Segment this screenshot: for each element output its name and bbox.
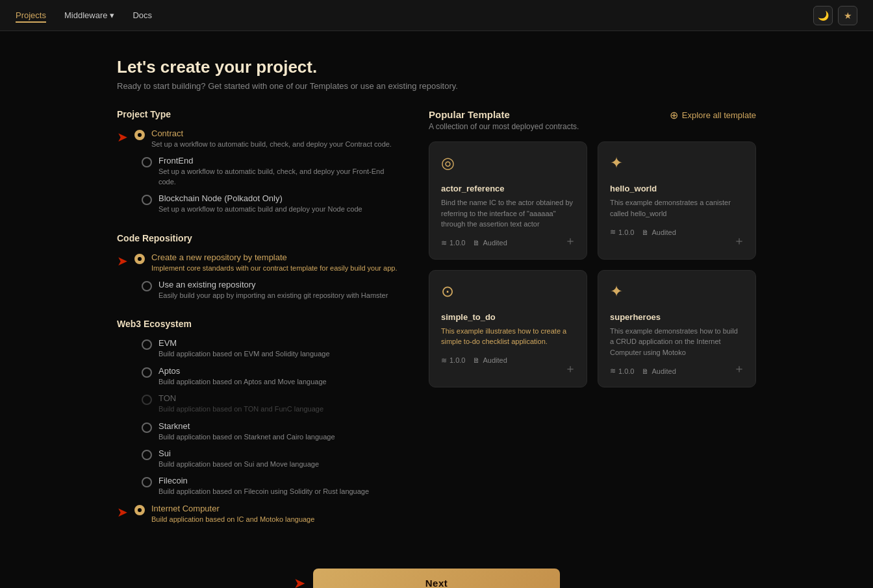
label-evm: EVM bbox=[158, 338, 330, 348]
project-type-group: ➤ Contract Set up a workflow to automati… bbox=[117, 129, 403, 215]
option-aptos[interactable]: Aptos Build application based on Aptos a… bbox=[117, 366, 403, 387]
template-desc-simple-to-do: This example illustrates how to create a… bbox=[441, 326, 575, 347]
desc-frontend: Set up a workflow to automatic build, ch… bbox=[158, 167, 403, 187]
template-audited-actor-reference: 🗎 Audited bbox=[473, 239, 507, 247]
radio-evm[interactable] bbox=[142, 339, 152, 350]
explore-icon: ⊕ bbox=[670, 109, 678, 121]
option-contract[interactable]: ➤ Contract Set up a workflow to automati… bbox=[117, 129, 403, 149]
radio-blockchain-node[interactable] bbox=[142, 195, 152, 205]
template-card-actor-reference[interactable]: ◎ actor_reference Bind the name IC to th… bbox=[429, 141, 587, 260]
popular-template-subtitle: A collection of our most deployed contra… bbox=[429, 122, 579, 131]
template-version-hello-world: ≋ 1.0.0 bbox=[610, 228, 634, 236]
desc-ton: Build application based on TON and FunC … bbox=[158, 404, 323, 414]
desc-sui: Build application based on Sui and Move … bbox=[158, 459, 319, 469]
web3-ecosystem-title: Web3 Ecosystem bbox=[117, 319, 403, 329]
nav-right-buttons: 🌙 ★ bbox=[813, 6, 857, 25]
web3-ecosystem-group: EVM Build application based on EVM and S… bbox=[117, 338, 403, 524]
version-icon-4: ≋ bbox=[610, 367, 616, 375]
radio-filecoin[interactable] bbox=[142, 477, 152, 487]
desc-blockchain-node: Set up a workflow to automatic build and… bbox=[158, 204, 362, 214]
desc-internet-computer: Build application based on IC and Motoko… bbox=[151, 515, 314, 524]
template-audited-hello-world: 🗎 Audited bbox=[642, 228, 676, 236]
template-audited-superheroes: 🗎 Audited bbox=[642, 367, 676, 375]
template-card-hello-world[interactable]: ✦ hello_world This example demonstrates … bbox=[598, 141, 756, 260]
explore-label: Explore all template bbox=[682, 110, 756, 120]
next-section: ➤ Next bbox=[117, 569, 756, 588]
radio-ton[interactable] bbox=[142, 395, 152, 405]
label-existing-repo: Use an existing repository bbox=[158, 280, 388, 289]
desc-evm: Build application based on EVM and Solid… bbox=[158, 349, 330, 359]
template-name-superheroes: superheroes bbox=[610, 312, 744, 322]
template-card-simple-to-do[interactable]: ⊙ simple_to_do This example illustrates … bbox=[429, 270, 587, 388]
label-blockchain-node: Blockchain Node (Polkadot Only) bbox=[158, 193, 362, 203]
label-ton: TON bbox=[158, 393, 323, 403]
next-button[interactable]: Next bbox=[313, 569, 560, 588]
chevron-down-icon: ▾ bbox=[110, 10, 114, 20]
radio-existing-repo[interactable] bbox=[142, 281, 152, 291]
actor-reference-icon: ◎ bbox=[441, 154, 464, 177]
option-blockchain-node[interactable]: Blockchain Node (Polkadot Only) Set up a… bbox=[117, 193, 403, 214]
page-subtitle: Ready to start building? Get started wit… bbox=[117, 81, 756, 91]
option-starknet[interactable]: Starknet Build application based on Star… bbox=[117, 421, 403, 442]
option-new-repo[interactable]: ➤ Create a new repository by template Im… bbox=[117, 252, 403, 273]
template-name-simple-to-do: simple_to_do bbox=[441, 312, 575, 322]
label-aptos: Aptos bbox=[158, 366, 327, 376]
version-icon-3: ≋ bbox=[441, 356, 447, 365]
audit-icon-4: 🗎 bbox=[642, 367, 649, 375]
right-panel: Popular Template A collection of our mos… bbox=[429, 109, 756, 543]
main-content: Let's create your project. Ready to star… bbox=[0, 31, 873, 588]
audit-icon-1: 🗎 bbox=[473, 239, 480, 247]
desc-aptos: Build application based on Aptos and Mov… bbox=[158, 377, 327, 387]
star-button[interactable]: ★ bbox=[838, 6, 857, 25]
template-desc-hello-world: This example demonstrates a canister cal… bbox=[610, 197, 744, 219]
label-internet-computer: Internet Computer bbox=[151, 504, 314, 513]
right-panel-header: Popular Template A collection of our mos… bbox=[429, 109, 756, 131]
label-starknet: Starknet bbox=[158, 421, 335, 431]
explore-all-button[interactable]: ⊕ Explore all template bbox=[670, 109, 756, 121]
option-frontend[interactable]: FrontEnd Set up a workflow to automatic … bbox=[117, 156, 403, 187]
desc-new-repo: Implement core standards with our contra… bbox=[151, 263, 397, 273]
option-existing-repo[interactable]: Use an existing repository Easily build … bbox=[117, 280, 403, 300]
template-card-superheroes[interactable]: ✦ superheroes This example demonstrates … bbox=[598, 270, 756, 388]
nav-projects[interactable]: Projects bbox=[16, 8, 46, 23]
add-actor-reference-button[interactable]: ＋ bbox=[564, 233, 576, 249]
label-frontend: FrontEnd bbox=[158, 156, 403, 165]
audit-icon-2: 🗎 bbox=[642, 228, 649, 236]
arrow-internet-computer: ➤ bbox=[117, 504, 128, 520]
option-evm[interactable]: EVM Build application based on EVM and S… bbox=[117, 338, 403, 359]
radio-new-repo[interactable] bbox=[134, 254, 145, 264]
desc-existing-repo: Easily build your app by importing an ex… bbox=[158, 291, 388, 300]
left-panel: Project Type ➤ Contract Set up a workflo… bbox=[117, 109, 403, 543]
template-name-hello-world: hello_world bbox=[610, 184, 744, 193]
radio-starknet[interactable] bbox=[142, 423, 152, 433]
version-icon-2: ≋ bbox=[610, 228, 616, 236]
label-filecoin: Filecoin bbox=[158, 476, 369, 485]
nav-docs[interactable]: Docs bbox=[133, 8, 152, 23]
option-sui[interactable]: Sui Build application based on Sui and M… bbox=[117, 448, 403, 469]
add-simple-to-do-button[interactable]: ＋ bbox=[564, 361, 576, 376]
add-superheroes-button[interactable]: ＋ bbox=[733, 361, 745, 376]
template-version-actor-reference: ≋ 1.0.0 bbox=[441, 239, 465, 247]
template-audited-simple-to-do: 🗎 Audited bbox=[473, 356, 507, 364]
radio-internet-computer[interactable] bbox=[134, 505, 145, 515]
desc-contract: Set up a workflow to automatic build, ch… bbox=[151, 140, 392, 149]
page-title: Let's create your project. bbox=[117, 57, 756, 77]
label-contract: Contract bbox=[151, 129, 392, 138]
template-desc-superheroes: This example demonstrates how to build a… bbox=[610, 326, 744, 358]
template-version-simple-to-do: ≋ 1.0.0 bbox=[441, 356, 465, 365]
add-hello-world-button[interactable]: ＋ bbox=[733, 233, 745, 249]
content-wrapper: Project Type ➤ Contract Set up a workflo… bbox=[117, 109, 756, 543]
radio-aptos[interactable] bbox=[142, 367, 152, 378]
option-ton[interactable]: TON Build application based on TON and F… bbox=[117, 393, 403, 414]
nav-middleware[interactable]: Middleware ▾ bbox=[64, 8, 114, 23]
option-filecoin[interactable]: Filecoin Build application based on File… bbox=[117, 476, 403, 496]
desc-filecoin: Build application based on Filecoin usin… bbox=[158, 487, 369, 496]
popular-template-title: Popular Template bbox=[429, 109, 579, 120]
template-version-superheroes: ≋ 1.0.0 bbox=[610, 367, 634, 375]
option-internet-computer[interactable]: ➤ Internet Computer Build application ba… bbox=[117, 504, 403, 524]
radio-frontend[interactable] bbox=[142, 157, 152, 167]
hello-world-icon: ✦ bbox=[610, 154, 633, 177]
radio-contract[interactable] bbox=[134, 130, 145, 140]
theme-toggle-button[interactable]: 🌙 bbox=[813, 6, 833, 25]
radio-sui[interactable] bbox=[142, 450, 152, 460]
